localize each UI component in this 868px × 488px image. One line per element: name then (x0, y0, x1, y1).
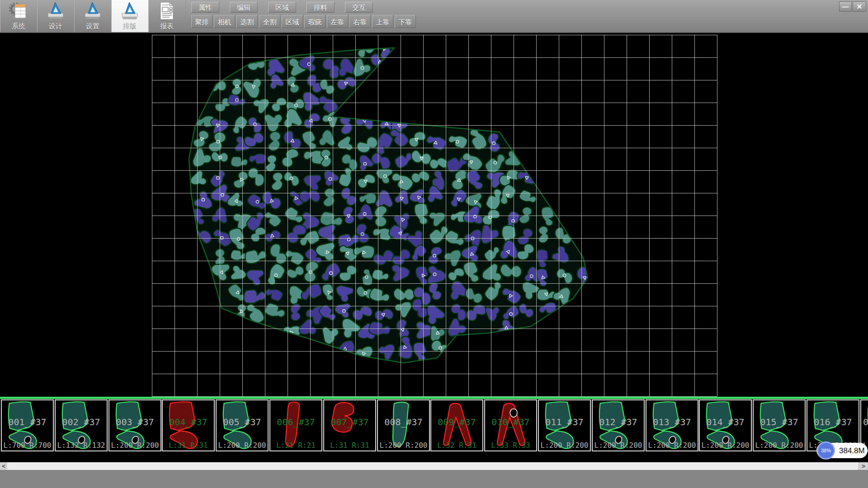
ribbon-tab-label: 排版 (111, 22, 148, 31)
piece-lr-count-label: L:200 R:200 (700, 441, 751, 450)
piece-thumbnail-001_#37[interactable]: 001_#37L:700 R:700 (1, 399, 54, 451)
piece-id-label: 004_#37 (163, 417, 214, 427)
ribbon-tab-report[interactable]: 报表 (148, 0, 186, 32)
tool-button-align-right[interactable]: 右靠 (349, 15, 371, 28)
piece-lr-count-label: L:132 R:132 (56, 441, 107, 450)
piece-thumbnail-008_#37[interactable]: 008_#37L:200 R:200 (377, 399, 430, 451)
ribbon-tab-design[interactable]: 设计 (37, 0, 75, 32)
piece-lr-count-label: L:200 R:200 (539, 441, 590, 450)
nesting-ruler-icon (120, 1, 140, 21)
piece-lr-count-label: L:200 R:200 (593, 441, 644, 450)
piece-thumbnail-013_#37[interactable]: 013_#37L:200 R:200 (646, 399, 698, 451)
piece-id-label: 014_#37 (700, 417, 751, 427)
piece-id-label: 005_#37 (217, 417, 268, 427)
piece-lr-count-label: L:31 R:31 (163, 441, 214, 450)
settings-ruler-icon (83, 1, 103, 21)
piece-id-label: 008_#37 (378, 417, 429, 427)
menu-tab-nest[interactable]: 排料 (307, 2, 335, 13)
scroll-right-arrow[interactable]: > (860, 462, 867, 470)
bottom-status-band (0, 470, 868, 488)
piece-id-label: 002_#37 (56, 417, 107, 427)
ribbon-tab-label: 设置 (74, 22, 111, 31)
piece-id-label: 010_#37 (485, 417, 536, 427)
piece-lr-count-label: L:33 R:33 (485, 441, 536, 450)
piece-lr-count-label: L:32 R:31 (431, 441, 482, 450)
ribbon-tab-nesting[interactable]: 排版 (111, 0, 149, 32)
tool-button-cluster-nest[interactable]: 聚排 (191, 15, 212, 28)
piece-thumbnail-010_#37[interactable]: 010_#37L:33 R:33 (484, 399, 537, 451)
piece-lr-count-label: L:700 R:700 (2, 441, 53, 450)
ribbon-tab-label: 设计 (37, 22, 74, 31)
piece-id-label: 012_#37 (593, 417, 644, 427)
ribbon-tab-settings[interactable]: 设置 (74, 0, 112, 32)
close-button[interactable]: ✕ (853, 1, 866, 12)
piece-thumbnail-strip: 001_#37L:700 R:700002_#37L:132 R:132003_… (0, 399, 868, 453)
tool-button-align-left[interactable]: 左靠 (327, 15, 348, 28)
tool-button-region[interactable]: 区域 (282, 15, 303, 28)
piece-id-label: 017_#37 (861, 417, 868, 427)
horizontal-scrollbar[interactable]: < > (0, 462, 868, 470)
memory-usage-label: 384.8M (839, 446, 865, 455)
piece-lr-count-label: L:31 R:31 (324, 441, 375, 450)
piece-lr-count-label: L:200 R:200 (646, 441, 698, 450)
scroll-left-arrow[interactable]: < (0, 462, 7, 470)
piece-thumbnail-015_#37[interactable]: 015_#37L:200 R:200 (753, 399, 806, 451)
piece-id-label: 011_#37 (539, 417, 590, 427)
piece-id-label: 003_#37 (109, 417, 160, 427)
design-ruler-icon (46, 1, 66, 21)
piece-thumbnail-011_#37[interactable]: 011_#37L:200 R:200 (538, 399, 591, 451)
piece-id-label: 007_#37 (324, 417, 375, 427)
piece-lr-count-label: L:200 R:200 (217, 441, 268, 450)
piece-thumbnail-012_#37[interactable]: 012_#37L:200 R:200 (592, 399, 645, 451)
piece-thumbnail-009_#37[interactable]: 009_#37L:32 R:31 (430, 399, 483, 451)
nesting-canvas[interactable] (0, 33, 868, 397)
system-gear-table-icon (9, 1, 28, 21)
piece-thumbnail-006_#37[interactable]: 006_#37L:21 R:21 (269, 399, 322, 451)
tool-button-camera[interactable]: 相机 (214, 15, 235, 28)
piece-id-label: 016_#37 (807, 417, 859, 427)
tool-button-cut-all[interactable]: 全割 (259, 15, 280, 28)
piece-thumbnail-004_#37[interactable]: 004_#37L:31 R:31 (162, 399, 215, 451)
piece-thumbnail-007_#37[interactable]: 007_#37L:31 R:31 (323, 399, 376, 451)
main-toolbar: 系统 设计 设置 (0, 0, 868, 33)
piece-lr-count-label: L:21 R:21 (270, 441, 321, 450)
piece-thumbnail-003_#37[interactable]: 003_#37L:200 R:200 (108, 399, 161, 451)
utilization-percent-badge: 38% (817, 441, 835, 460)
menu-tab-region[interactable]: 区域 (268, 2, 296, 13)
ribbon-tab-system[interactable]: 系统 (0, 0, 38, 32)
tool-button-align-top[interactable]: 上靠 (372, 15, 393, 28)
piece-thumbnail-014_#37[interactable]: 014_#37L:200 R:200 (699, 399, 752, 451)
piece-id-label: 006_#37 (270, 417, 321, 427)
tool-button-align-bottom[interactable]: 下靠 (395, 15, 416, 28)
piece-id-label: 013_#37 (646, 417, 698, 427)
report-document-icon (157, 1, 177, 21)
menu-tab-properties[interactable]: 属性 (191, 2, 219, 13)
menu-tab-edit[interactable]: 编辑 (230, 2, 258, 13)
scrollbar-thumb[interactable] (7, 462, 858, 470)
piece-lr-count-label: L:200 R:200 (754, 441, 805, 450)
piece-id-label: 009_#37 (431, 417, 482, 427)
piece-lr-count-label: L:200 R:200 (109, 441, 160, 450)
piece-thumbnail-005_#37[interactable]: 005_#37L:200 R:200 (216, 399, 269, 451)
tool-button-select-cut[interactable]: 选割 (236, 15, 258, 28)
piece-thumbnail-002_#37[interactable]: 002_#37L:132 R:132 (55, 399, 108, 451)
status-badge: 38% 384.8M (816, 443, 868, 458)
minimize-button[interactable]: — (839, 1, 852, 12)
menu-tab-interact[interactable]: 交互 (345, 2, 373, 13)
ribbon-tab-label: 报表 (148, 22, 185, 31)
tool-button-defect[interactable]: 瑕疵 (304, 15, 326, 28)
ribbon-tab-label: 系统 (0, 22, 37, 31)
piece-lr-count-label: L:200 R:200 (378, 441, 429, 450)
piece-id-label: 015_#37 (754, 417, 805, 427)
piece-id-label: 001_#37 (2, 417, 53, 427)
